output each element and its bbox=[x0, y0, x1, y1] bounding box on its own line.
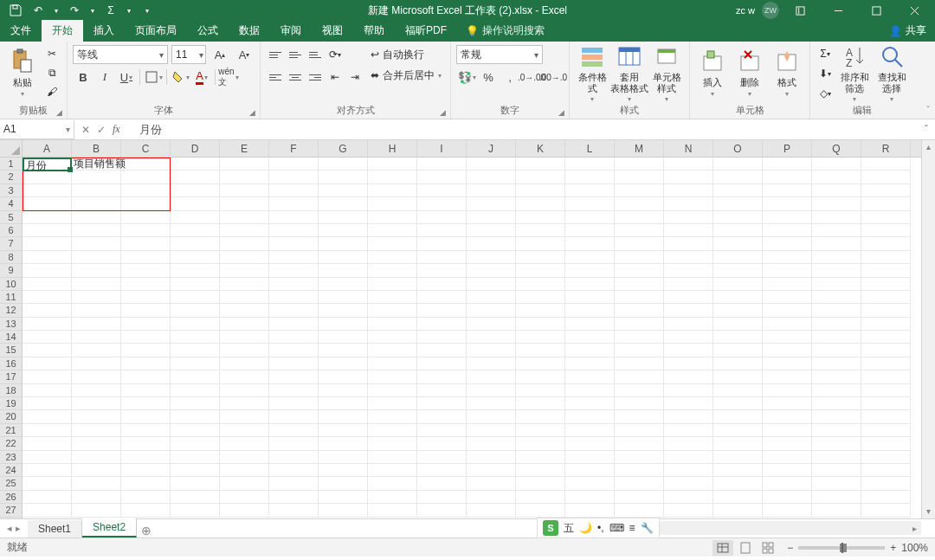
cell[interactable] bbox=[713, 331, 763, 344]
maximize-button[interactable] bbox=[859, 0, 893, 21]
cell[interactable] bbox=[812, 477, 861, 490]
select-all-button[interactable] bbox=[0, 140, 22, 158]
cell[interactable] bbox=[516, 451, 565, 464]
cell[interactable] bbox=[467, 451, 516, 464]
cell[interactable] bbox=[713, 410, 763, 423]
column-header[interactable]: I bbox=[417, 140, 467, 157]
cell[interactable] bbox=[467, 424, 516, 437]
cell[interactable] bbox=[565, 424, 615, 437]
cell[interactable] bbox=[121, 251, 171, 264]
tab-insert[interactable]: 插入 bbox=[83, 20, 125, 42]
cell[interactable] bbox=[516, 437, 565, 450]
cell[interactable] bbox=[812, 437, 861, 450]
cell[interactable] bbox=[220, 224, 269, 237]
cell[interactable] bbox=[417, 171, 467, 183]
cell[interactable] bbox=[565, 291, 615, 304]
cell[interactable] bbox=[72, 211, 121, 224]
cell[interactable] bbox=[417, 477, 467, 490]
cell[interactable] bbox=[72, 264, 121, 277]
column-header[interactable]: O bbox=[713, 140, 763, 157]
cell[interactable] bbox=[23, 424, 72, 437]
tab-page-layout[interactable]: 页面布局 bbox=[125, 20, 187, 42]
cell[interactable] bbox=[23, 491, 72, 504]
cell[interactable] bbox=[516, 357, 565, 370]
column-header[interactable]: J bbox=[467, 140, 516, 157]
cell[interactable] bbox=[565, 451, 615, 464]
cell[interactable] bbox=[319, 384, 368, 397]
cell[interactable] bbox=[269, 158, 319, 171]
cell[interactable] bbox=[565, 197, 615, 210]
cell[interactable] bbox=[664, 251, 713, 264]
cell[interactable] bbox=[417, 224, 467, 237]
cell[interactable] bbox=[467, 264, 516, 277]
cell[interactable] bbox=[269, 370, 319, 383]
cell[interactable] bbox=[368, 171, 417, 183]
cell[interactable] bbox=[417, 397, 467, 410]
cell[interactable] bbox=[565, 464, 615, 477]
increase-font-icon[interactable]: A▴ bbox=[210, 45, 230, 64]
cell[interactable] bbox=[319, 184, 368, 197]
cell[interactable] bbox=[713, 158, 763, 171]
cell[interactable] bbox=[565, 264, 615, 277]
cell[interactable] bbox=[467, 304, 516, 317]
cell[interactable] bbox=[121, 278, 171, 291]
row-header[interactable]: 5 bbox=[0, 211, 22, 224]
cell[interactable] bbox=[763, 357, 812, 370]
cell[interactable] bbox=[565, 397, 615, 410]
cell[interactable] bbox=[763, 491, 812, 504]
cell[interactable] bbox=[319, 397, 368, 410]
cell[interactable] bbox=[220, 424, 269, 437]
cell[interactable] bbox=[269, 504, 319, 517]
cell[interactable] bbox=[812, 291, 861, 304]
cell[interactable] bbox=[467, 318, 516, 331]
cell[interactable] bbox=[220, 357, 269, 370]
row-header[interactable]: 14 bbox=[0, 331, 22, 344]
cell[interactable] bbox=[72, 171, 121, 183]
cell[interactable] bbox=[121, 504, 171, 517]
font-name-select[interactable]: 等线 bbox=[73, 45, 168, 64]
decrease-indent-icon[interactable]: ⇤ bbox=[326, 68, 345, 87]
cell[interactable] bbox=[319, 224, 368, 237]
clipboard-launcher-icon[interactable]: ◢ bbox=[55, 108, 63, 117]
cell[interactable] bbox=[861, 451, 911, 464]
cell[interactable] bbox=[269, 171, 319, 183]
cell[interactable] bbox=[713, 318, 763, 331]
cell[interactable] bbox=[417, 357, 467, 370]
cell[interactable] bbox=[812, 184, 861, 197]
cell[interactable] bbox=[72, 424, 121, 437]
cell[interactable] bbox=[23, 397, 72, 410]
cell[interactable] bbox=[23, 464, 72, 477]
column-header[interactable]: A bbox=[23, 140, 72, 157]
cell[interactable] bbox=[812, 211, 861, 224]
cell[interactable] bbox=[467, 158, 516, 171]
cell[interactable] bbox=[861, 278, 911, 291]
cell[interactable] bbox=[121, 158, 171, 171]
column-header[interactable]: C bbox=[121, 140, 171, 157]
cell[interactable] bbox=[763, 291, 812, 304]
cell[interactable] bbox=[467, 370, 516, 383]
cell[interactable] bbox=[467, 197, 516, 210]
cell[interactable] bbox=[812, 224, 861, 237]
cell[interactable] bbox=[72, 304, 121, 317]
cell[interactable] bbox=[171, 410, 220, 423]
row-header[interactable]: 25 bbox=[0, 477, 22, 490]
cell[interactable] bbox=[368, 410, 417, 423]
cell[interactable] bbox=[72, 197, 121, 210]
zoom-in-button[interactable]: + bbox=[890, 542, 896, 554]
cell[interactable] bbox=[171, 504, 220, 517]
cell[interactable] bbox=[368, 211, 417, 224]
cell[interactable] bbox=[467, 184, 516, 197]
cell[interactable] bbox=[467, 437, 516, 450]
cell[interactable] bbox=[171, 304, 220, 317]
cell[interactable] bbox=[615, 477, 664, 490]
column-header[interactable]: H bbox=[368, 140, 417, 157]
cell[interactable] bbox=[861, 357, 911, 370]
align-center-icon[interactable] bbox=[286, 68, 305, 87]
row-header[interactable]: 27 bbox=[0, 504, 22, 517]
cell[interactable] bbox=[516, 264, 565, 277]
cell[interactable] bbox=[23, 184, 72, 197]
cell[interactable] bbox=[121, 357, 171, 370]
cell[interactable] bbox=[72, 251, 121, 264]
cell[interactable] bbox=[23, 304, 72, 317]
cell[interactable] bbox=[565, 304, 615, 317]
